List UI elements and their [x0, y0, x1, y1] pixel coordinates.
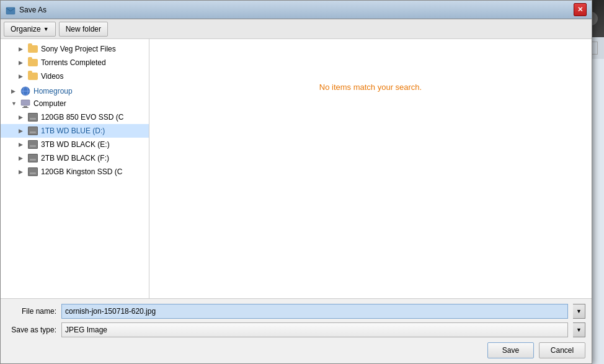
- nav-label-sony-veg: Sony Veg Project Files: [41, 45, 116, 53]
- nav-item-sony-veg[interactable]: ▶Sony Veg Project Files: [1, 42, 149, 56]
- nav-item-drive-1tb[interactable]: ▶1TB WD BLUE (D:): [1, 124, 149, 138]
- nav-icon-drive: [28, 153, 38, 163]
- bottom-actions: Save Cancel: [7, 342, 585, 358]
- nav-expand-arrow: ▼: [11, 100, 17, 107]
- new-folder-label: New folder: [66, 25, 101, 33]
- nav-label-videos: Videos: [41, 72, 63, 81]
- nav-expand-arrow: ▶: [19, 128, 25, 134]
- nav-item-drive-kingston[interactable]: ▶120GB Kingston SSD (C: [1, 165, 149, 179]
- dialog-body: ▶Sony Veg Project Files▶Torrents Complet…: [1, 39, 592, 298]
- filetype-label: Save as type:: [7, 326, 56, 334]
- dialog-titlebar: Save As ✕: [1, 1, 592, 19]
- nav-item-homegroup[interactable]: ▶ Homegroup: [1, 83, 149, 97]
- dialog-title-icon: [6, 5, 16, 15]
- filetype-dropdown-arrow[interactable]: ▼: [573, 322, 585, 337]
- nav-icon-drive: [28, 140, 38, 149]
- nav-panel: ▶Sony Veg Project Files▶Torrents Complet…: [1, 39, 149, 298]
- save-button[interactable]: Save: [487, 342, 534, 358]
- dialog-bottom: File name: ▼ Save as type: JPEG Image ▼ …: [1, 298, 592, 363]
- nav-expand-arrow: ▶: [19, 60, 25, 66]
- filename-label: File name:: [7, 307, 56, 316]
- nav-icon-folder: [28, 71, 38, 81]
- nav-item-videos[interactable]: ▶Videos: [1, 69, 149, 83]
- nav-expand-arrow: ▶: [19, 114, 25, 120]
- filetype-value: JPEG Image: [65, 326, 107, 334]
- new-folder-button[interactable]: New folder: [59, 22, 108, 37]
- nav-label-drive-850: 120GB 850 EVO SSD (C: [41, 113, 123, 122]
- nav-icon-drive: [28, 126, 38, 136]
- nav-icon-folder: [28, 44, 38, 54]
- filetype-select[interactable]: JPEG Image: [61, 322, 568, 337]
- cancel-button[interactable]: Cancel: [539, 342, 585, 358]
- nav-label-drive-2tb: 2TB WD BLACK (F:): [41, 154, 109, 162]
- dialog-title-text: Save As: [19, 6, 574, 14]
- organize-arrow-icon: ▼: [43, 26, 49, 32]
- nav-expand-arrow: ▶: [19, 141, 25, 148]
- svg-rect-6: [22, 107, 29, 108]
- nav-label-drive-1tb: 1TB WD BLUE (D:): [41, 127, 105, 135]
- nav-expand-arrow: ▶: [19, 169, 25, 175]
- nav-item-drive-2tb[interactable]: ▶2TB WD BLACK (F:): [1, 151, 149, 165]
- nav-expand-arrow: ▶: [19, 46, 25, 52]
- filename-input[interactable]: [61, 304, 568, 319]
- nav-expand-arrow: ▶: [19, 73, 25, 79]
- nav-icon-computer: [20, 99, 30, 109]
- nav-label-computer: Computer: [33, 99, 66, 108]
- nav-label-drive-kingston: 120GB Kingston SSD (C: [41, 167, 122, 176]
- organize-label: Organize: [11, 25, 41, 33]
- nav-item-drive-850[interactable]: ▶120GB 850 EVO SSD (C: [1, 110, 149, 124]
- main-content: No items match your search.: [149, 39, 592, 298]
- save-as-dialog: Save As ✕ Organize ▼ New folder ▶Sony Ve…: [0, 0, 592, 364]
- nav-expand-arrow: ▶: [19, 155, 25, 161]
- filename-row: File name: ▼: [7, 304, 585, 319]
- nav-items-container: ▶Sony Veg Project Files▶Torrents Complet…: [1, 42, 149, 179]
- nav-item-computer[interactable]: ▼ Computer: [1, 97, 149, 110]
- dialog-close-button[interactable]: ✕: [574, 3, 587, 16]
- organize-button[interactable]: Organize ▼: [4, 22, 56, 37]
- nav-expand-arrow: ▶: [11, 88, 17, 94]
- nav-icon-folder: [28, 58, 38, 68]
- filename-dropdown-arrow[interactable]: ▼: [573, 304, 585, 319]
- nav-icon-drive: [28, 167, 38, 177]
- nav-item-torrents[interactable]: ▶Torrents Completed: [1, 56, 149, 69]
- nav-item-drive-3tb[interactable]: ▶3TB WD BLACK (E:): [1, 138, 149, 151]
- dialog-toolbar: Organize ▼ New folder: [1, 19, 592, 39]
- no-items-message: No items match your search.: [319, 82, 422, 92]
- svg-rect-4: [21, 100, 30, 105]
- nav-label-drive-3tb: 3TB WD BLACK (E:): [41, 140, 110, 149]
- nav-label-torrents: Torrents Completed: [41, 58, 106, 67]
- filetype-row: Save as type: JPEG Image ▼: [7, 322, 585, 337]
- nav-icon-drive: [28, 112, 38, 122]
- nav-icon-network: [20, 86, 30, 96]
- nav-label-homegroup: Homegroup: [33, 87, 73, 95]
